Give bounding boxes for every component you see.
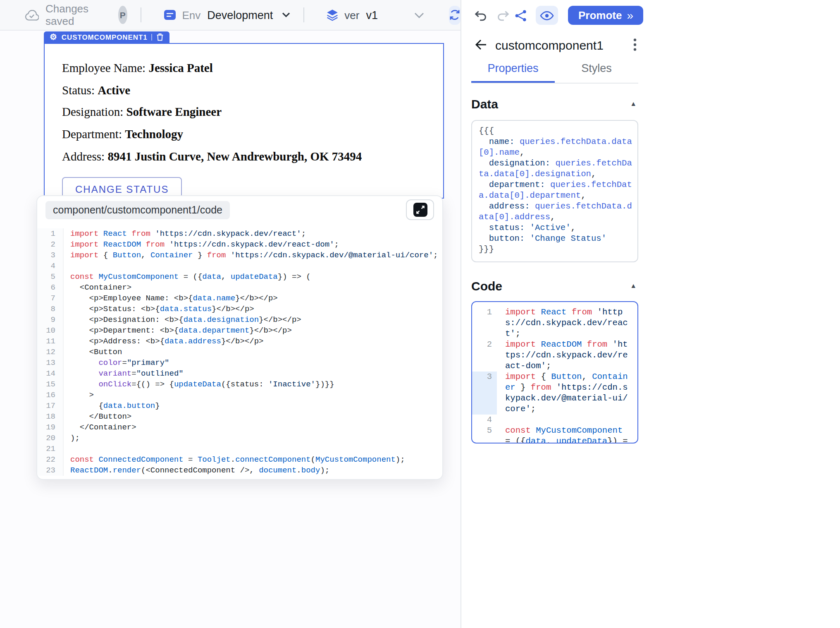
code-section-header: Code ▲ xyxy=(471,279,638,293)
collapse-data-section-icon[interactable]: ▲ xyxy=(628,98,638,109)
version-selector[interactable]: ver v1 xyxy=(325,8,424,22)
code-line[interactable]: 11 <p>Address: <b>{data.address}</b></p> xyxy=(37,336,442,347)
component-fields: Employee Name: Jessica PatelStatus: Acti… xyxy=(62,61,426,163)
back-button[interactable] xyxy=(475,39,487,50)
chevron-down-icon xyxy=(414,12,424,18)
env-icon xyxy=(164,9,176,21)
env-value: Development xyxy=(207,9,273,21)
data-template-line: status: 'Active', xyxy=(479,223,633,233)
collapse-editor-button[interactable] xyxy=(406,199,434,220)
code-line[interactable]: 5const MyCustomComponent = ({data, updat… xyxy=(37,271,442,282)
code-line[interactable]: 15 onClick={() => {updateData({status: '… xyxy=(37,379,442,390)
undo-icon xyxy=(473,10,488,21)
code-line[interactable]: 2import ReactDOM from 'https://cdn.skypa… xyxy=(472,339,637,372)
share-button[interactable] xyxy=(515,9,528,22)
data-code-field[interactable]: {{{ name: queries.fetchData.data[0].name… xyxy=(471,120,638,262)
code-line[interactable]: 3import { Button, Container } from 'http… xyxy=(37,250,442,261)
tab-styles[interactable]: Styles xyxy=(555,57,638,83)
line-number: 14 xyxy=(37,368,64,379)
chevron-down-icon xyxy=(282,12,290,17)
canvas[interactable]: ⚙ CUSTOMCOMPONENT1 Employee Name: Jessic… xyxy=(0,31,461,628)
tab-properties[interactable]: Properties xyxy=(471,57,555,83)
data-template-line: }}} xyxy=(479,244,633,255)
line-number: 10 xyxy=(37,325,64,336)
refresh-icon xyxy=(449,9,461,21)
line-number: 2 xyxy=(37,239,64,250)
code-line[interactable]: 9 <p>Designation: <b>{data.designation}<… xyxy=(37,314,442,325)
line-number: 18 xyxy=(37,411,64,422)
inspector-data-content: {{{ name: queries.fetchData.data[0].name… xyxy=(479,126,633,255)
version-label: ver xyxy=(344,9,359,21)
code-field-editor[interactable]: 1import React from 'https://cdn.skypack.… xyxy=(471,301,638,443)
trash-icon[interactable] xyxy=(157,33,164,41)
canvas-toolbar: Changes saved P Env Development ver v1 xyxy=(0,0,461,31)
code-line[interactable]: 23ReactDOM.render(<ConnectedComponent />… xyxy=(37,465,442,476)
code-line[interactable]: 22const ConnectedComponent = Tooljet.con… xyxy=(37,454,442,465)
code-line[interactable]: 18 </Button> xyxy=(37,411,442,422)
divider xyxy=(303,7,304,22)
code-line[interactable]: 17 {data.button} xyxy=(37,400,442,411)
line-number: 20 xyxy=(37,433,64,443)
preview-button[interactable] xyxy=(536,6,558,25)
custom-component-widget[interactable]: Employee Name: Jessica PatelStatus: Acti… xyxy=(44,43,444,199)
data-template-line: name: queries.fetchData.data[0].name, xyxy=(479,137,633,158)
line-number: 4 xyxy=(472,415,497,425)
redo-button[interactable] xyxy=(496,10,511,21)
env-selector[interactable]: Env Development xyxy=(164,9,290,21)
code-line[interactable]: 1import React from 'https://cdn.skypack.… xyxy=(472,307,637,339)
code-panel-header: component/customcomponent1/code xyxy=(37,196,442,223)
code-line[interactable]: 5const MyCustomComponent = ({data, updat… xyxy=(472,425,637,443)
avatar[interactable]: P xyxy=(118,6,127,24)
data-template-line: button: 'Change Status' xyxy=(479,233,633,244)
inspector-header: customcomponent1 xyxy=(461,36,648,54)
undo-button[interactable] xyxy=(473,10,488,21)
line-number: 7 xyxy=(37,293,64,304)
version-value: v1 xyxy=(366,9,378,21)
code-line[interactable]: 4 xyxy=(37,261,442,271)
data-template-line: designation: queries.fetchData.data[0].d… xyxy=(479,158,633,180)
line-number: 5 xyxy=(37,271,64,282)
line-number: 12 xyxy=(37,347,64,357)
collapse-code-section-icon[interactable]: ▲ xyxy=(628,280,638,291)
divider xyxy=(141,7,141,22)
code-editor[interactable]: 1import React from 'https://cdn.skypack.… xyxy=(37,223,442,478)
line-number: 8 xyxy=(37,304,64,314)
code-line[interactable]: 10 <p>Department: <b>{data.department}</… xyxy=(37,325,442,336)
code-line[interactable]: 3import { Button, Container } from 'http… xyxy=(472,372,637,415)
promote-button[interactable]: Promote » xyxy=(568,6,643,25)
gear-icon[interactable]: ⚙ xyxy=(50,33,57,41)
redo-icon xyxy=(496,10,511,21)
code-line[interactable]: 8 <p>Status: <b>{data.status}</b></p> xyxy=(37,304,442,314)
code-line[interactable]: 14 variant="outlined" xyxy=(37,368,442,379)
code-line[interactable]: 13 color="primary" xyxy=(37,357,442,368)
code-line[interactable]: 7 <p>Employee Name: <b>{data.name}</b></… xyxy=(37,293,442,304)
code-line[interactable]: 16 > xyxy=(37,390,442,400)
more-options-button[interactable] xyxy=(633,38,637,51)
code-section-title: Code xyxy=(471,279,502,293)
inspector-pane: Promote » customcomponent1 Pr xyxy=(461,0,840,628)
code-line[interactable]: 19 </Container> xyxy=(37,422,442,433)
code-line[interactable]: 12 <Button xyxy=(37,347,442,357)
widget-badge-text: CUSTOMCOMPONENT1 xyxy=(62,33,148,41)
line-number: 11 xyxy=(37,336,64,347)
divider xyxy=(152,34,153,41)
app-editor: Changes saved P Env Development ver v1 xyxy=(0,0,840,628)
kebab-menu-icon xyxy=(633,38,637,51)
line-number: 21 xyxy=(37,443,64,454)
code-line[interactable]: 4 xyxy=(472,415,637,425)
component-field: Employee Name: Jessica Patel xyxy=(62,61,426,75)
code-line[interactable]: 20); xyxy=(37,433,442,443)
data-section-title: Data xyxy=(471,97,498,111)
component-code-panel: component/customcomponent1/code 1import … xyxy=(36,195,443,480)
code-line[interactable]: 1import React from 'https://cdn.skypack.… xyxy=(37,228,442,239)
code-line[interactable]: 2import ReactDOM from 'https://cdn.skypa… xyxy=(37,239,442,250)
refresh-environment-button[interactable] xyxy=(449,5,461,24)
code-line[interactable]: 21 xyxy=(37,443,442,454)
back-arrow-icon xyxy=(475,39,487,50)
line-number: 17 xyxy=(37,400,64,411)
code-line[interactable]: 6 <Container> xyxy=(37,282,442,293)
widget-label-customcomponent1[interactable]: ⚙ CUSTOMCOMPONENT1 xyxy=(44,31,170,43)
line-number: 16 xyxy=(37,390,64,400)
data-template-line: {{{ xyxy=(479,126,633,137)
editor-path-chip: component/customcomponent1/code xyxy=(45,201,230,219)
